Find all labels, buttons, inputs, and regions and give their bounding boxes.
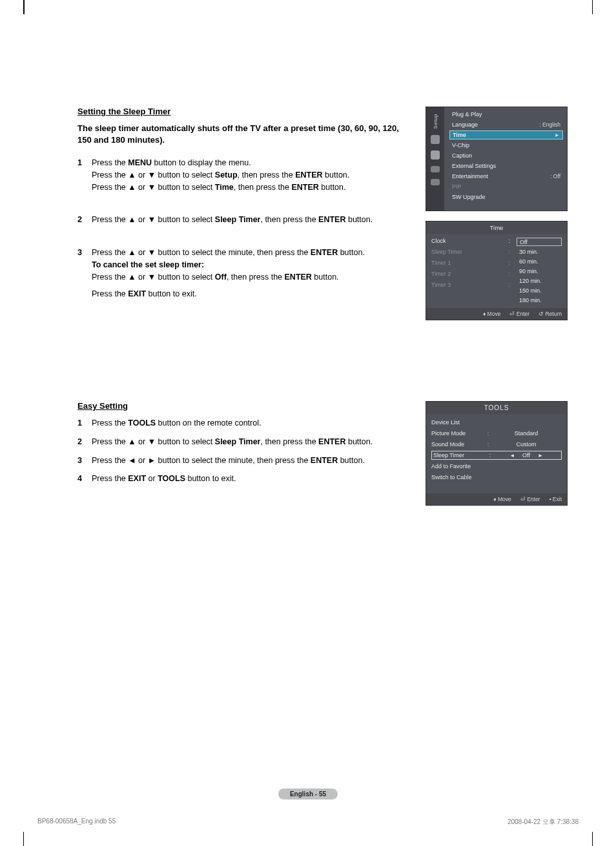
osd-setup-row: V-Chip bbox=[449, 141, 563, 150]
hint-move: ♦ Move bbox=[493, 496, 511, 502]
section1-heading: Setting the Sleep Timer bbox=[77, 107, 413, 116]
setup-icon bbox=[431, 135, 440, 144]
osd-setup-row: Entertainment: Off bbox=[449, 172, 563, 181]
gear-icon bbox=[431, 150, 440, 160]
doc-footer-right: 2008-04-22 오후 7:38:38 bbox=[508, 818, 579, 827]
hint-return: ↺ Return bbox=[539, 311, 562, 317]
hint-exit: ▪ Exit bbox=[549, 496, 562, 502]
osd-time-option: 90 min. bbox=[517, 267, 562, 275]
osd-time-option: 150 min. bbox=[517, 286, 562, 294]
doc-footer: BP68-00658A_Eng.indb 55 2008-04-22 오후 7:… bbox=[37, 818, 579, 827]
osd-time-option: Off bbox=[517, 238, 562, 246]
osd-setup-row: Plug & Play bbox=[449, 110, 563, 119]
crop-mark bbox=[579, 832, 593, 846]
osd-tools-row: Device List bbox=[431, 418, 562, 427]
osd-tools-row: Switch to Cable bbox=[431, 473, 562, 482]
hint-move: ♦ Move bbox=[483, 311, 501, 317]
osd-time-option: 180 min. bbox=[517, 296, 562, 304]
osd-tools-row: Sound Mode:Custom bbox=[431, 440, 562, 449]
step-item: 3Press the ▲ or ▼ button to select the m… bbox=[77, 247, 413, 300]
osd-tools-row: Sleep Timer:◄Off► bbox=[431, 451, 562, 460]
osd-time-row: Timer 2: bbox=[431, 271, 517, 279]
osd-setup-row: Language: English bbox=[449, 120, 563, 129]
step-item: 2Press the ▲ or ▼ button to select Sleep… bbox=[77, 436, 413, 448]
osd-setup-row: PIP bbox=[449, 182, 563, 191]
osd-tools-menu: TOOLS Device ListPicture Mode:StandardSo… bbox=[426, 401, 568, 506]
osd-time-title: Time bbox=[426, 222, 567, 234]
osd-time-row: Timer 3: bbox=[431, 282, 517, 290]
osd-setup-row: External Settings bbox=[449, 161, 563, 170]
input-icon bbox=[431, 179, 440, 185]
step-item: 2Press the ▲ or ▼ button to select Sleep… bbox=[77, 214, 413, 226]
osd-tools-title: TOOLS bbox=[426, 402, 567, 414]
osd-time-option: 120 min. bbox=[517, 276, 562, 285]
audio-icon bbox=[431, 166, 440, 172]
step-item: 3Press the ◄ or ► button to select the m… bbox=[77, 455, 413, 467]
osd-time-option: 60 min. bbox=[517, 257, 562, 265]
osd-setup-row: Time► bbox=[449, 130, 563, 139]
doc-footer-left: BP68-00658A_Eng.indb 55 bbox=[37, 818, 116, 827]
osd-setup-row: Caption bbox=[449, 151, 563, 160]
osd-time-row: Clock: bbox=[431, 238, 517, 246]
osd-time-row: Sleep Timer: bbox=[431, 249, 517, 257]
osd-time-option: 30 min. bbox=[517, 247, 562, 256]
osd-setup-row: SW Upgrade bbox=[449, 192, 563, 201]
osd-tools-row: Picture Mode:Standard bbox=[431, 429, 562, 438]
crop-mark bbox=[579, 0, 593, 14]
page-footer: English - 55 bbox=[0, 787, 616, 800]
osd-time-menu: Time Clock:Sleep Timer:Timer 1:Timer 2:T… bbox=[426, 221, 568, 320]
crop-mark bbox=[23, 832, 37, 846]
osd-time-row: Timer 1: bbox=[431, 260, 517, 268]
hint-enter: ⏎ Enter bbox=[520, 496, 540, 502]
step-item: 4Press the EXIT or TOOLS button to exit. bbox=[77, 473, 413, 485]
osd-tools-row: Add to Favorite bbox=[431, 462, 562, 471]
step-item: 1Press the MENU button to display the me… bbox=[77, 157, 413, 193]
page-number-pill: English - 55 bbox=[278, 789, 338, 800]
section2-heading: Easy Setting bbox=[77, 401, 413, 411]
osd-rail-label: Setup bbox=[433, 114, 438, 129]
crop-mark bbox=[23, 0, 37, 14]
osd-setup-menu: Setup Plug & PlayLanguage: EnglishTime►V… bbox=[426, 107, 568, 211]
step-item: 1Press the TOOLS button on the remote co… bbox=[77, 417, 413, 429]
hint-enter: ⏎ Enter bbox=[509, 311, 529, 317]
section1-intro: The sleep timer automatically shuts off … bbox=[77, 123, 413, 145]
